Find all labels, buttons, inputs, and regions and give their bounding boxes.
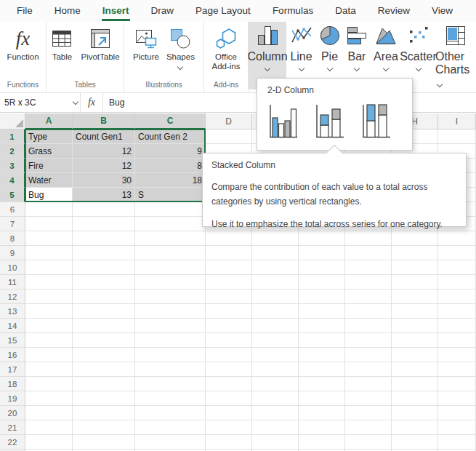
row-header-14[interactable]: 14: [0, 319, 25, 333]
cell-A5[interactable]: Bug: [25, 188, 73, 202]
row-header-1[interactable]: 1: [0, 129, 25, 144]
cell-A4[interactable]: Water: [25, 173, 73, 188]
cell-H11[interactable]: [392, 275, 438, 290]
cell-B8[interactable]: [73, 231, 135, 246]
row-header-10[interactable]: 10: [0, 260, 25, 275]
cell-C14[interactable]: [135, 319, 206, 333]
cell-E20[interactable]: [252, 406, 299, 420]
cell-G19[interactable]: [345, 391, 392, 406]
row-header-17[interactable]: 17: [0, 362, 25, 377]
cell-E17[interactable]: [252, 362, 299, 377]
tab-review[interactable]: Review: [367, 0, 421, 22]
row-header-19[interactable]: 19: [0, 391, 25, 406]
office-addins-button[interactable]: Office Add-ins: [206, 24, 246, 71]
cell-G20[interactable]: [345, 406, 392, 420]
cell-D12[interactable]: [206, 290, 252, 304]
cell-C22[interactable]: [135, 435, 206, 450]
cell-E14[interactable]: [252, 319, 299, 333]
function-button[interactable]: fx Function: [3, 24, 42, 62]
row-header-6[interactable]: 6: [0, 202, 25, 217]
cell-F19[interactable]: [299, 391, 345, 406]
col-header-D[interactable]: D: [206, 113, 252, 129]
cell-I14[interactable]: [438, 319, 476, 333]
cell-E16[interactable]: [252, 348, 299, 362]
cell-H12[interactable]: [392, 290, 438, 304]
cell-D20[interactable]: [206, 406, 252, 420]
cell-E15[interactable]: [252, 333, 299, 348]
cell-E21[interactable]: [252, 420, 299, 435]
cell-F13[interactable]: [299, 304, 345, 319]
tab-home[interactable]: Home: [44, 0, 92, 22]
cell-A3[interactable]: Fire: [25, 159, 73, 173]
cell-I15[interactable]: [438, 333, 476, 348]
chart-option-clustered-column[interactable]: [267, 100, 299, 143]
row-header-21[interactable]: 21: [0, 420, 25, 435]
cell-F12[interactable]: [299, 290, 345, 304]
cell-I18[interactable]: [438, 377, 476, 391]
cell-I8[interactable]: [438, 231, 476, 246]
row-header-15[interactable]: 15: [0, 333, 25, 348]
tab-draw[interactable]: Draw: [140, 0, 185, 22]
cell-D11[interactable]: [206, 275, 252, 290]
cell-F21[interactable]: [299, 420, 345, 435]
cell-D16[interactable]: [206, 348, 252, 362]
row-header-20[interactable]: 20: [0, 406, 25, 420]
cell-C17[interactable]: [135, 362, 206, 377]
cell-A22[interactable]: [25, 435, 73, 450]
cell-C16[interactable]: [135, 348, 206, 362]
cell-H10[interactable]: [392, 260, 438, 275]
cell-H16[interactable]: [392, 348, 438, 362]
cell-B2[interactable]: 12: [73, 144, 135, 159]
cell-C18[interactable]: [135, 377, 206, 391]
cell-F18[interactable]: [299, 377, 345, 391]
tab-file[interactable]: File: [6, 0, 44, 22]
tab-formulas[interactable]: Formulas: [262, 0, 324, 22]
cell-B10[interactable]: [73, 260, 135, 275]
cell-G21[interactable]: [345, 420, 392, 435]
tab-data[interactable]: Data: [324, 0, 367, 22]
row-header-3[interactable]: 3: [0, 159, 25, 173]
cell-B5[interactable]: 13: [73, 188, 135, 202]
cell-I12[interactable]: [438, 290, 476, 304]
cell-C21[interactable]: [135, 420, 206, 435]
cell-F15[interactable]: [299, 333, 345, 348]
cell-E19[interactable]: [252, 391, 299, 406]
cell-I19[interactable]: [438, 391, 476, 406]
row-header-4[interactable]: 4: [0, 173, 25, 188]
cell-A14[interactable]: [25, 319, 73, 333]
cell-A7[interactable]: [25, 217, 73, 231]
cell-I10[interactable]: [438, 260, 476, 275]
cell-A11[interactable]: [25, 275, 73, 290]
cell-B20[interactable]: [73, 406, 135, 420]
cell-I16[interactable]: [438, 348, 476, 362]
cell-C19[interactable]: [135, 391, 206, 406]
cell-G16[interactable]: [345, 348, 392, 362]
row-header-12[interactable]: 12: [0, 290, 25, 304]
cell-C15[interactable]: [135, 333, 206, 348]
cell-B11[interactable]: [73, 275, 135, 290]
cell-G11[interactable]: [345, 275, 392, 290]
cell-E18[interactable]: [252, 377, 299, 391]
cell-G15[interactable]: [345, 333, 392, 348]
cell-E13[interactable]: [252, 304, 299, 319]
cell-H22[interactable]: [392, 435, 438, 450]
cell-B15[interactable]: [73, 333, 135, 348]
cell-I22[interactable]: [438, 435, 476, 450]
cell-E9[interactable]: [252, 246, 299, 260]
cell-A12[interactable]: [25, 290, 73, 304]
cell-H15[interactable]: [392, 333, 438, 348]
cell-B18[interactable]: [73, 377, 135, 391]
pivottable-button[interactable]: PivotTable: [77, 24, 123, 62]
cell-I17[interactable]: [438, 362, 476, 377]
cell-C5[interactable]: S: [135, 188, 206, 202]
cell-H17[interactable]: [392, 362, 438, 377]
cell-I11[interactable]: [438, 275, 476, 290]
cell-E11[interactable]: [252, 275, 299, 290]
col-header-C[interactable]: C: [135, 113, 206, 129]
cell-D22[interactable]: [206, 435, 252, 450]
row-header-18[interactable]: 18: [0, 377, 25, 391]
cell-B7[interactable]: [73, 217, 135, 231]
cell-G22[interactable]: [345, 435, 392, 450]
cell-G18[interactable]: [345, 377, 392, 391]
col-header-I[interactable]: I: [438, 113, 476, 129]
